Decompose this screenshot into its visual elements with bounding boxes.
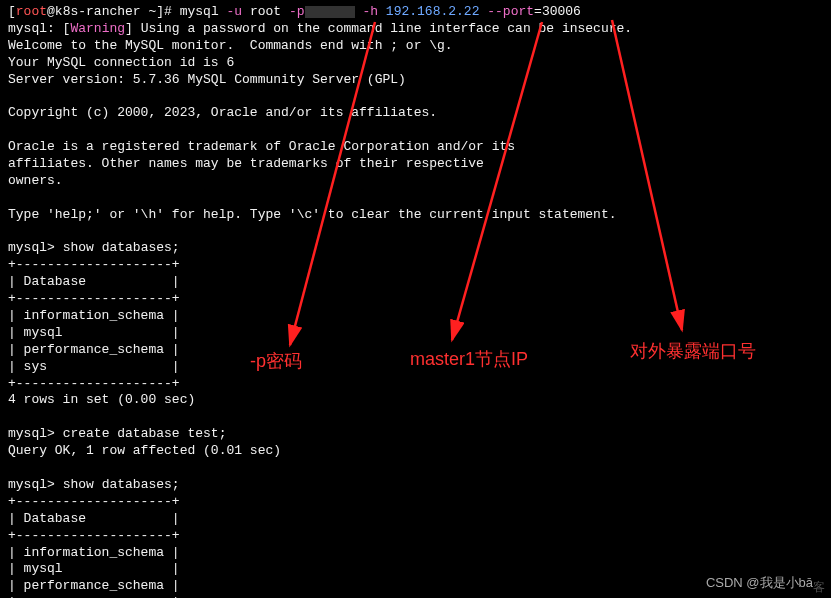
- table-divider: +--------------------+: [8, 291, 823, 308]
- trademark-line: Oracle is a registered trademark of Orac…: [8, 139, 823, 156]
- trademark-line: owners.: [8, 173, 823, 190]
- warning-word: Warning: [70, 21, 125, 36]
- intro-line: Your MySQL connection id is 6: [8, 55, 823, 72]
- result-line: 4 rows in set (0.00 sec): [8, 392, 823, 409]
- sql-command: show databases;: [63, 240, 180, 255]
- host-val: 192.168.2.22: [386, 4, 480, 19]
- password-redacted: [305, 6, 355, 18]
- terminal-output: [root@k8s-rancher ~]# mysql -u root -p -…: [8, 4, 823, 598]
- intro-line: Welcome to the MySQL monitor. Commands e…: [8, 38, 823, 55]
- table-divider: +--------------------+: [8, 376, 823, 393]
- table-divider: +--------------------+: [8, 494, 823, 511]
- table-header: | Database |: [8, 274, 823, 291]
- trademark-line: affiliates. Other names may be trademark…: [8, 156, 823, 173]
- user-val: root: [250, 4, 281, 19]
- watermark-sub: 客: [813, 580, 825, 596]
- prompt-host: k8s-rancher: [55, 4, 141, 19]
- mysql-bin: mysql: [180, 4, 219, 19]
- help-line: Type 'help;' or '\h' for help. Type '\c'…: [8, 207, 823, 224]
- port-flag: --port: [487, 4, 534, 19]
- annotation-password: -p密码: [250, 350, 302, 373]
- shell-prompt-line: [root@k8s-rancher ~]# mysql -u root -p -…: [8, 4, 823, 21]
- port-val: 30006: [542, 4, 581, 19]
- table-row: | mysql |: [8, 561, 823, 578]
- warning-line: mysql: [Warning] Using a password on the…: [8, 21, 823, 38]
- mysql-prompt-line[interactable]: mysql> create database test;: [8, 426, 823, 443]
- annotation-port: 对外暴露端口号: [630, 340, 756, 363]
- table-divider: +--------------------+: [8, 528, 823, 545]
- intro-line: Server version: 5.7.36 MySQL Community S…: [8, 72, 823, 89]
- sql-command: create database test;: [63, 426, 227, 441]
- watermark: CSDN @我是小bā: [706, 575, 813, 592]
- table-row: | performance_schema |: [8, 578, 823, 595]
- table-header: | Database |: [8, 511, 823, 528]
- mysql-prompt-line[interactable]: mysql> show databases;: [8, 477, 823, 494]
- table-divider: +--------------------+: [8, 257, 823, 274]
- pass-flag: -p: [289, 4, 305, 19]
- host-flag: -h: [362, 4, 378, 19]
- mysql-prompt-line[interactable]: mysql> show databases;: [8, 240, 823, 257]
- table-row: | information_schema |: [8, 308, 823, 325]
- prompt-user: root: [16, 4, 47, 19]
- annotation-master-ip: master1节点IP: [410, 348, 528, 371]
- prompt-path: ~: [148, 4, 156, 19]
- user-flag: -u: [227, 4, 243, 19]
- result-line: Query OK, 1 row affected (0.01 sec): [8, 443, 823, 460]
- sql-command: show databases;: [63, 477, 180, 492]
- table-row: | information_schema |: [8, 545, 823, 562]
- copyright-line: Copyright (c) 2000, 2023, Oracle and/or …: [8, 105, 823, 122]
